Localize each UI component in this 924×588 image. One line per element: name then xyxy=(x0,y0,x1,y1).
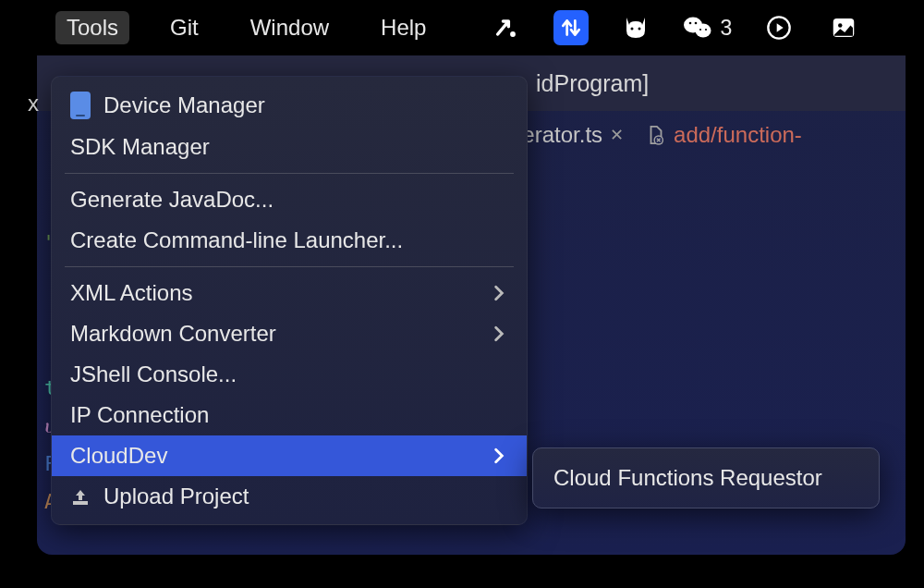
wechat-badge-count: 3 xyxy=(720,16,732,41)
device-icon xyxy=(70,92,91,119)
truncated-text: x xyxy=(28,91,39,116)
menu-divider xyxy=(65,266,514,267)
menu-divider xyxy=(65,173,514,174)
menu-clouddev[interactable]: CloudDev xyxy=(52,435,527,476)
menu-tools[interactable]: Tools xyxy=(55,11,129,44)
svg-point-6 xyxy=(695,22,698,25)
menu-sdk-manager[interactable]: SDK Manager xyxy=(52,127,527,167)
svg-point-7 xyxy=(699,29,701,31)
menu-upload-project[interactable]: Upload Project xyxy=(52,476,527,517)
svg-point-4 xyxy=(696,24,711,38)
system-tray: 3 xyxy=(489,10,861,45)
close-icon[interactable]: ✕ xyxy=(610,125,624,145)
chevron-right-icon xyxy=(493,285,508,301)
play-icon[interactable] xyxy=(761,10,796,45)
svg-point-8 xyxy=(705,29,707,31)
svg-point-0 xyxy=(511,31,517,37)
menu-create-launcher[interactable]: Create Command-line Launcher... xyxy=(52,220,527,261)
cat-icon[interactable] xyxy=(618,10,653,45)
image-icon[interactable] xyxy=(826,10,861,45)
menu-device-manager[interactable]: Device Manager xyxy=(52,84,527,127)
arrow-icon[interactable] xyxy=(489,10,524,45)
svg-point-11 xyxy=(838,23,843,28)
upload-icon xyxy=(70,486,91,507)
chevron-right-icon xyxy=(493,447,508,464)
menu-generate-javadoc[interactable]: Generate JavaDoc... xyxy=(52,179,527,220)
menu-window[interactable]: Window xyxy=(239,11,340,44)
tools-dropdown: Device Manager SDK Manager Generate Java… xyxy=(51,76,528,525)
wechat-tray[interactable]: 3 xyxy=(683,15,732,41)
svg-point-5 xyxy=(689,22,692,25)
submenu-cloud-functions-requestor[interactable]: Cloud Functions Requestor xyxy=(533,458,879,498)
svg-rect-13 xyxy=(73,501,88,505)
menu-ip-connection[interactable]: IP Connection xyxy=(52,395,527,435)
svg-point-1 xyxy=(631,28,634,31)
tab-add-function[interactable]: add/function- xyxy=(638,122,809,148)
menu-jshell-console[interactable]: JShell Console... xyxy=(52,354,527,395)
menu-help[interactable]: Help xyxy=(370,11,437,44)
menu-git[interactable]: Git xyxy=(159,11,210,44)
menu-xml-actions[interactable]: XML Actions xyxy=(52,273,527,313)
menu-markdown-converter[interactable]: Markdown Converter xyxy=(52,313,527,354)
chevron-right-icon xyxy=(493,325,508,342)
svg-point-2 xyxy=(638,28,641,31)
menubar: Tools Git Window Help xyxy=(0,0,924,55)
network-activity-icon[interactable] xyxy=(553,10,589,45)
clouddev-submenu: Cloud Functions Requestor xyxy=(532,447,880,508)
